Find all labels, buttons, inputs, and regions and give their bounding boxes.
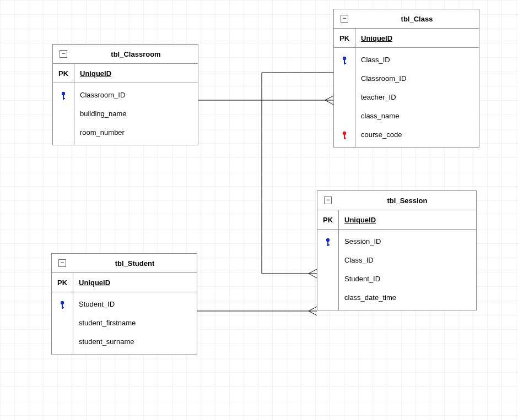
collapse-icon[interactable] [58, 259, 66, 267]
attr: student_surname [79, 332, 197, 351]
attr: building_name [80, 104, 198, 123]
entity-session[interactable]: tbl_Session PK UniqueID Session_ID Class… [317, 190, 477, 310]
key-icon [60, 91, 67, 101]
pk-label: PK [334, 29, 355, 47]
svg-rect-13 [63, 98, 65, 99]
svg-rect-16 [344, 63, 346, 64]
pk-name: UniqueID [74, 69, 198, 78]
pk-name: UniqueID [73, 279, 197, 287]
entity-class[interactable]: tbl_Class PK UniqueID Class_ID Classroom… [333, 9, 479, 148]
entity-title: tbl_Class [355, 15, 479, 23]
pk-label: PK [317, 210, 339, 229]
key-icon [341, 56, 348, 66]
svg-rect-25 [62, 307, 64, 308]
key-icon [341, 130, 348, 140]
attr: class_name [361, 106, 479, 125]
attr: Student_ID [344, 269, 476, 288]
pk-label: PK [53, 64, 74, 83]
pk-name: UniqueID [355, 34, 479, 42]
attr: teacher_ID [361, 88, 479, 106]
pk-name: UniqueID [339, 216, 476, 224]
svg-rect-19 [344, 138, 346, 139]
attr: room_number [80, 123, 198, 141]
entity-title: tbl_Student [73, 259, 197, 268]
svg-rect-22 [327, 244, 330, 246]
entity-classroom[interactable]: tbl_Classroom PK UniqueID Classroom_ID b… [52, 44, 198, 145]
collapse-icon[interactable] [324, 197, 332, 204]
attr: Classroom_ID [361, 69, 479, 88]
entity-title: tbl_Session [338, 197, 476, 205]
key-icon [58, 300, 66, 310]
pk-label: PK [52, 273, 73, 292]
collapse-icon[interactable] [60, 50, 67, 58]
attr: Student_ID [79, 294, 197, 313]
attr: class_date_time [344, 288, 476, 307]
key-icon [324, 237, 332, 247]
attr: course_code [361, 125, 479, 144]
attr: student_firstname [79, 313, 197, 332]
attr: Class_ID [344, 250, 476, 269]
attr: Classroom_ID [80, 85, 198, 104]
attr: Class_ID [361, 50, 479, 69]
attr: Session_ID [344, 232, 476, 250]
collapse-icon[interactable] [341, 15, 348, 23]
entity-title: tbl_Classroom [74, 50, 198, 58]
entity-student[interactable]: tbl_Student PK UniqueID Student_ID stude… [51, 253, 197, 354]
